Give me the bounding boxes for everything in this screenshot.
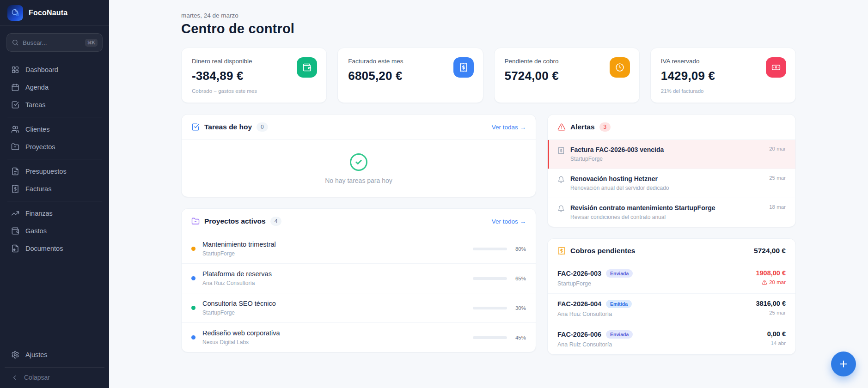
sidebar-item-9[interactable]: Documentos (5, 240, 104, 257)
project-row-0[interactable]: Mantenimiento trimestral StartupForge 80… (182, 234, 536, 263)
project-progress-label: 30% (513, 305, 526, 311)
tasks-empty-state: No hay tareas para hoy (182, 140, 536, 197)
alerts-list: Factura FAC-2026-003 vencida StartupForg… (548, 140, 795, 227)
receipt-icon (11, 185, 19, 193)
nav-divider (7, 117, 102, 117)
app-logo-icon (7, 5, 23, 21)
alerts-card-title: Alertas (570, 123, 595, 131)
invoice-code: FAC-2026-004 (557, 300, 601, 308)
sidebar-item-2[interactable]: Tareas (5, 96, 104, 114)
users-icon (11, 125, 19, 133)
invoice-amount: 1908,00 € (756, 269, 786, 277)
check-square-icon (191, 123, 200, 131)
project-row-3[interactable]: Rediseño web corporativa Nexus Digital L… (182, 322, 536, 352)
app-root: FocoNauta ⌘K Dashboard Agenda (0, 0, 868, 388)
sidebar-item-label: Agenda (25, 84, 49, 91)
sidebar-item-label: Documentos (25, 245, 63, 252)
alert-date: 18 mar (769, 204, 786, 220)
alert-row-1[interactable]: Renovación hosting Hetzner Renovación an… (548, 169, 795, 198)
sidebar-item-label: Ajustes (25, 351, 48, 358)
invoice-amount: 0,00 € (767, 330, 786, 338)
nav-divider (7, 201, 102, 201)
sidebar-item-4[interactable]: Proyectos (5, 138, 104, 156)
page-title: Centro de control (181, 21, 796, 36)
invoice-row-0[interactable]: FAC-2026-003 Enviada StartupForge 1908,0… (548, 263, 795, 293)
project-progress-bar (473, 248, 507, 250)
sidebar-item-7[interactable]: Finanzas (5, 205, 104, 222)
project-name: Mantenimiento trimestral (202, 241, 276, 248)
project-progress-bar (473, 277, 507, 280)
stat-card-2: Pendiente de cobro 5724,00 € (494, 48, 640, 103)
project-client: Ana Ruiz Consultoría (202, 280, 272, 286)
bell-icon (557, 176, 565, 191)
calendar-icon (11, 83, 19, 91)
sidebar-item-3[interactable]: Clientes (5, 121, 104, 138)
invoice-row-2[interactable]: FAC-2026-006 Enviada Ana Ruiz Consultorí… (548, 324, 795, 354)
project-name: Consultoría SEO técnico (202, 300, 276, 307)
sidebar-item-label: Clientes (25, 126, 49, 133)
collapse-button[interactable]: Colapsar (5, 367, 104, 388)
search-shortcut-badge: ⌘K (85, 39, 98, 47)
project-progress-bar (473, 336, 507, 339)
clock-icon (610, 57, 630, 78)
add-button[interactable] (831, 352, 856, 376)
sidebar-bottom: Ajustes Colapsar (0, 340, 109, 388)
sidebar-item-settings[interactable]: Ajustes (5, 346, 104, 364)
alerts-count-badge: 3 (599, 122, 611, 132)
alert-row-2[interactable]: Revisión contrato mantenimiento StartupF… (548, 198, 795, 227)
invoice-status-badge: Emitida (606, 300, 632, 308)
alert-triangle-icon (557, 123, 566, 131)
right-column: Alertas 3 Factura FAC-2026-003 vencida (547, 114, 796, 355)
projects-card: Proyectos activos 4 Ver todos → Mantenim… (181, 208, 536, 352)
alert-date: 25 mar (769, 175, 786, 191)
invoice-code: FAC-2026-006 (557, 331, 601, 338)
receipt-icon (453, 57, 474, 78)
invoice-client: StartupForge (557, 280, 633, 287)
alert-subtext: StartupForge (570, 156, 664, 162)
receivables-list: FAC-2026-003 Enviada StartupForge 1908,0… (548, 263, 795, 354)
wallet-icon (297, 57, 317, 78)
project-status-dot (191, 306, 196, 310)
project-progress-label: 80% (513, 246, 526, 252)
gear-icon (11, 351, 19, 359)
search-input[interactable] (23, 39, 85, 46)
sidebar-item-0[interactable]: Dashboard (5, 61, 104, 79)
left-column: Tareas de hoy 0 Ver todas → No hay tarea… (181, 114, 536, 352)
project-client: StartupForge (202, 250, 276, 257)
projects-view-all-link[interactable]: Ver todos → (492, 218, 526, 225)
stat-card-3: IVA reservado 1429,09 € 21% del facturad… (650, 48, 796, 103)
project-status-dot (191, 335, 196, 340)
project-status-dot (191, 247, 196, 251)
tasks-empty-text: No hay tareas para hoy (325, 177, 392, 184)
project-row-1[interactable]: Plataforma de reservas Ana Ruiz Consulto… (182, 263, 536, 293)
sidebar-item-5[interactable]: Presupuestos (5, 163, 104, 180)
projects-count-badge: 4 (270, 217, 282, 226)
project-row-2[interactable]: Consultoría SEO técnico StartupForge 30% (182, 293, 536, 322)
sidebar-item-1[interactable]: Agenda (5, 79, 104, 96)
invoice-due-text: 20 mar (769, 279, 786, 285)
receivables-total: 5724,00 € (754, 247, 786, 255)
invoice-status-badge: Enviada (606, 330, 633, 339)
search-box[interactable]: ⌘K (6, 33, 103, 52)
dashboard-icon (11, 66, 19, 74)
tasks-view-all-link[interactable]: Ver todas → (492, 124, 526, 131)
bell-icon (557, 205, 565, 220)
current-date: martes, 24 de marzo (181, 12, 796, 19)
sidebar-item-8[interactable]: Gastos (5, 222, 104, 240)
alert-title: Factura FAC-2026-003 vencida (570, 146, 664, 153)
banknote-icon (766, 57, 786, 78)
alert-title: Renovación hosting Hetzner (570, 175, 669, 182)
sidebar-item-6[interactable]: Facturas (5, 180, 104, 198)
invoice-client: Ana Ruiz Consultoría (557, 311, 632, 317)
sidebar-item-label: Presupuestos (25, 168, 67, 175)
project-progress-label: 65% (513, 276, 526, 281)
invoice-due-text: 25 mar (769, 310, 786, 315)
file-text-icon (11, 167, 19, 176)
invoice-row-1[interactable]: FAC-2026-004 Emitida Ana Ruiz Consultorí… (548, 293, 795, 324)
sidebar: FocoNauta ⌘K Dashboard Agenda (0, 0, 109, 388)
project-progress-label: 45% (513, 335, 526, 340)
alert-row-0[interactable]: Factura FAC-2026-003 vencida StartupForg… (548, 140, 795, 169)
projects-list: Mantenimiento trimestral StartupForge 80… (182, 234, 536, 352)
tasks-count-badge: 0 (257, 122, 268, 132)
invoice-client: Ana Ruiz Consultoría (557, 341, 633, 348)
